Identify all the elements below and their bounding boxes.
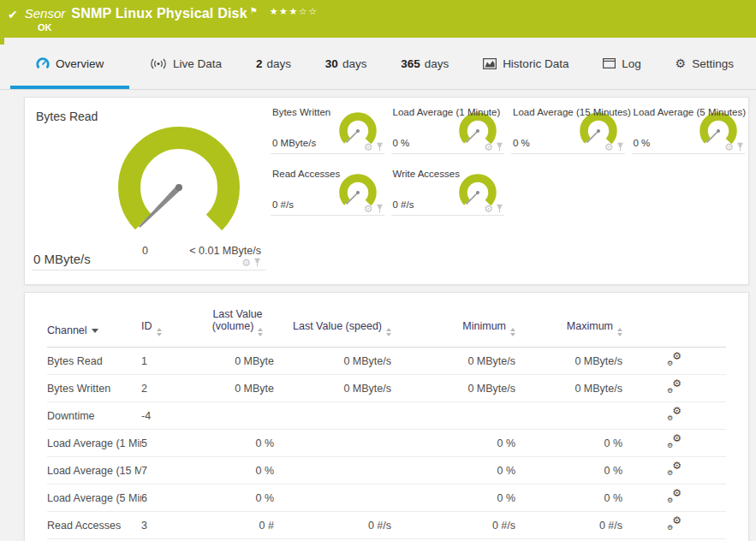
col-header-maximum[interactable]: Maximum	[515, 293, 622, 348]
status-badge: OK	[38, 22, 756, 33]
last-value-speed: 0 #/s	[274, 512, 391, 539]
gauge-write-accesses: Write Accesses 0 #/s ⚙	[390, 163, 507, 216]
last-value-volume: 0 %	[201, 457, 274, 485]
gear-icon[interactable]: ⚙	[484, 142, 493, 152]
sort-both-icon	[157, 328, 162, 336]
table-row: Load Average (1 Min... 5 0 % 0 % 0 % ⚙⚙	[47, 430, 726, 457]
maximum-value: 0 %	[515, 430, 622, 457]
tab-number: 365	[401, 57, 420, 70]
tab-log[interactable]: Log	[589, 38, 655, 89]
gear-icon[interactable]: ⚙	[604, 142, 614, 152]
channel-settings-icon[interactable]: ⚙⚙	[667, 463, 682, 476]
channel-settings-icon[interactable]: ⚙⚙	[667, 381, 682, 394]
gauge-footer-icons: ⚙	[604, 142, 624, 152]
channel-settings-icon[interactable]: ⚙⚙	[667, 518, 682, 531]
gauge-label: Bytes Read	[36, 110, 98, 123]
gauge-load-average-15min: Load Average (15 Minutes) 0 % ⚙	[509, 101, 627, 154]
table-row: Load Average (5 Min... 6 0 % 0 % 0 % ⚙⚙	[47, 485, 726, 512]
tab-label: Historic Data	[503, 57, 568, 70]
channel-settings-icon[interactable]: ⚙⚙	[667, 436, 682, 449]
minimum-value: 0 %	[391, 485, 515, 512]
last-value-speed	[274, 457, 391, 485]
gauge-max-label: < 0.01 MByte/s	[189, 245, 261, 257]
channel-id: 2	[141, 375, 201, 402]
gear-icon: ⚙	[676, 57, 687, 69]
gauge-icon	[36, 57, 50, 69]
pin-icon[interactable]	[616, 142, 624, 152]
channel-id: 1	[141, 348, 201, 375]
last-value-volume: 0 MByte	[201, 375, 274, 402]
pin-icon[interactable]	[253, 258, 261, 268]
gear-icon[interactable]: ⚙	[484, 204, 493, 214]
last-value-volume: 0 #	[201, 512, 274, 539]
last-value-speed	[274, 430, 391, 457]
tab-label: Log	[622, 57, 641, 70]
last-value-speed	[274, 402, 391, 430]
last-value-speed	[274, 485, 391, 512]
priority-stars[interactable]: ★★★☆☆	[270, 6, 318, 17]
channel-settings-icon[interactable]: ⚙⚙	[667, 354, 682, 366]
channel-name: Read Accesses	[47, 512, 141, 539]
tab-historic-data[interactable]: Historic Data	[469, 38, 582, 89]
tab-2-days[interactable]: 2 days	[242, 38, 305, 89]
sort-both-icon	[510, 328, 515, 336]
window-icon	[603, 58, 616, 68]
tab-overview[interactable]: Overview	[10, 38, 129, 89]
last-value-volume	[201, 402, 274, 430]
tab-bar: Overview Live Data 2 days 30 days 365 da…	[0, 38, 756, 90]
channel-id: 7	[141, 457, 201, 485]
gear-icon[interactable]: ⚙	[364, 142, 373, 152]
col-header-minimum[interactable]: Minimum	[391, 293, 515, 348]
tab-settings[interactable]: ⚙ Settings	[662, 38, 747, 89]
minimum-value: 0 %	[391, 457, 515, 485]
gauge-bytes-written: Bytes Written 0 MByte/s ⚙	[269, 101, 386, 154]
gauge-current-value: 0 %	[634, 138, 651, 148]
gauge-current-value: 0 #/s	[272, 199, 294, 210]
tab-number: 2	[256, 57, 263, 70]
gear-icon[interactable]: ⚙	[241, 258, 251, 268]
pin-icon[interactable]	[376, 204, 384, 214]
tab-365-days[interactable]: 365 days	[387, 38, 462, 89]
bytes-read-gauge	[115, 123, 243, 252]
gauges-panel: Bytes Read 0 MByte/s 0 < 0.01 MByte/s ⚙	[24, 97, 749, 285]
tab-label: Settings	[692, 57, 734, 70]
gauge-bytes-read: Bytes Read 0 MByte/s 0 < 0.01 MByte/s ⚙	[25, 98, 267, 270]
object-type-label: Sensor	[25, 6, 66, 21]
maximum-value: 0 MByte/s	[515, 348, 622, 375]
channel-id: 5	[141, 430, 201, 457]
channel-name: Load Average (1 Min...	[47, 430, 141, 457]
col-header-last-value-speed[interactable]: Last Value (speed)	[274, 293, 391, 348]
gauge-current-value: 0 MByte/s	[272, 138, 316, 148]
minimum-value	[391, 402, 515, 430]
channel-name: Load Average (15 Mi...	[47, 457, 141, 485]
sort-both-icon	[617, 328, 622, 336]
pin-icon[interactable]	[736, 142, 744, 152]
col-header-id[interactable]: ID	[141, 293, 201, 348]
gear-icon[interactable]: ⚙	[724, 142, 734, 152]
maximum-value	[515, 402, 622, 430]
tab-live-data[interactable]: Live Data	[136, 38, 235, 89]
table-row: Bytes Read 1 0 MByte 0 MByte/s 0 MByte/s…	[47, 348, 726, 375]
gauge-current-value: 0 %	[393, 138, 410, 148]
gauge-label: Read Accesses	[272, 169, 340, 179]
channel-id: -4	[141, 402, 201, 430]
tab-number: 30	[325, 57, 338, 70]
col-header-channel[interactable]: Channel	[47, 293, 141, 348]
col-header-last-value-volume[interactable]: Last Value (volume)	[201, 293, 274, 348]
gear-icon[interactable]: ⚙	[364, 204, 373, 214]
tab-30-days[interactable]: 30 days	[312, 38, 381, 89]
gauge-load-average-1min: Load Average (1 Minute) 0 % ⚙	[390, 101, 507, 154]
pin-icon[interactable]	[496, 204, 503, 214]
flag-icon[interactable]: ⚑	[250, 6, 258, 15]
live-signal-icon	[150, 58, 167, 69]
pin-icon[interactable]	[376, 142, 384, 152]
channel-settings-icon[interactable]: ⚙⚙	[667, 490, 682, 503]
channel-table-panel: Channel ID Last Value (volume) Last Valu…	[24, 292, 749, 541]
minimum-value: 0 %	[391, 430, 515, 457]
channel-settings-icon[interactable]: ⚙⚙	[667, 408, 682, 421]
tab-label: Overview	[56, 57, 104, 70]
pin-icon[interactable]	[496, 142, 503, 152]
gauge-current-value: 0 %	[513, 138, 530, 148]
minimum-value: 0 #/s	[391, 512, 515, 539]
stars-filled: ★★★	[270, 6, 299, 16]
